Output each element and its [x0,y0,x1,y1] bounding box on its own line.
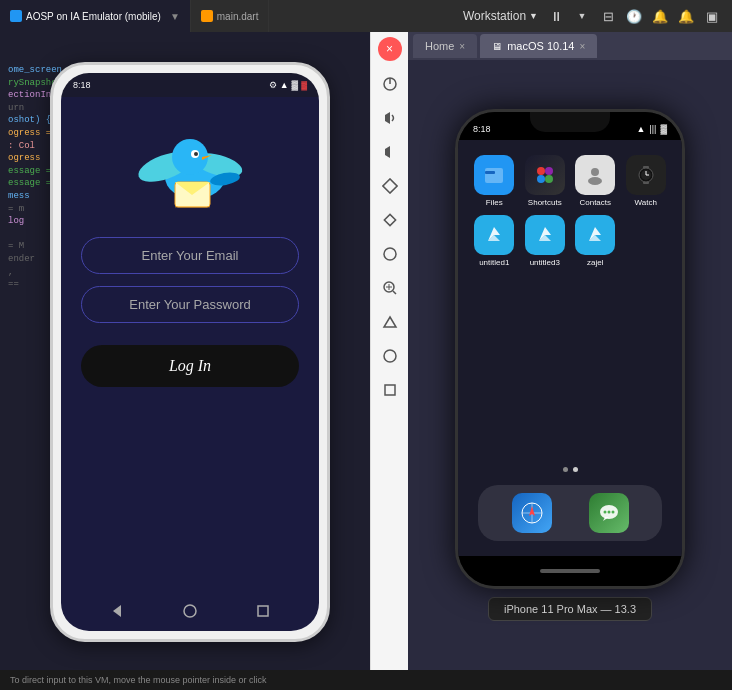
triangle-icon[interactable] [374,306,406,338]
svg-point-56 [611,511,614,514]
shortcuts-label: Shortcuts [528,198,562,207]
password-input[interactable]: Enter Your Password [81,286,299,323]
notification-icon[interactable]: 🔔 [650,6,670,26]
side-toolbar: × [370,32,408,690]
dock-messages[interactable] [589,493,629,533]
email-placeholder: Enter Your Email [142,248,239,263]
app-icon-untitled1[interactable]: untitled1 [473,215,516,267]
bird-illustration [130,117,250,217]
workstation-label[interactable]: Workstation ▼ [463,9,538,23]
iphone-battery-icon: ▓ [660,124,667,134]
android-nav-bar [61,591,319,631]
android-phone-inner: 8:18 ⚙ ▲ ▓ ▓ [61,73,319,631]
login-button[interactable]: Log In [81,345,299,387]
zajel-icon [575,215,615,255]
app-icon-watch[interactable]: Watch [625,155,668,207]
dropdown-icon[interactable]: ▼ [572,6,592,26]
square-icon[interactable] [374,374,406,406]
tab-home-close[interactable]: × [459,41,465,52]
svg-rect-13 [258,606,268,616]
email-input[interactable]: Enter Your Email [81,237,299,274]
app-icon-zajel[interactable]: zajel [574,215,617,267]
android-phone: 8:18 ⚙ ▲ ▓ ▓ [50,62,330,642]
svg-point-34 [591,168,599,176]
iphone-time: 8:18 [473,124,491,134]
tab-home[interactable]: Home × [413,34,477,58]
android-screen: Enter Your Email Enter Your Password Log… [61,97,319,591]
home-indicator-bar [540,569,600,573]
layout-icon[interactable]: ▣ [702,6,722,26]
iphone-frame: 8:18 ▲ ||| ▓ [455,109,685,589]
dock-safari[interactable] [512,493,552,533]
top-bar: AOSP on IA Emulator (mobile) ▼ main.dart… [0,0,732,32]
tab-macos-label: macOS 10.14 [507,40,574,52]
device-label-text: iPhone 11 Pro Max — 13.3 [504,603,636,615]
volume-down-button[interactable] [374,136,406,168]
svg-point-5 [194,152,198,156]
app-icon-shortcuts[interactable]: Shortcuts [524,155,567,207]
workstation-section: Workstation ▼ ⏸ ▼ ⊟ 🕐 🔔 🔔 ▣ [463,6,722,26]
rotate-icon[interactable] [374,170,406,202]
contacts-icon [575,155,615,195]
recents-button[interactable] [253,601,273,621]
contacts-label: Contacts [579,198,611,207]
volume-up-button[interactable] [374,102,406,134]
tab-macos[interactable]: 🖥 macOS 10.14 × [480,34,597,58]
iphone-device-label: iPhone 11 Pro Max — 13.3 [488,597,652,621]
code-panel: ome_screen.dart rySnapshot( ectionIndex:… [0,32,370,690]
app-icon-untitled3[interactable]: untitled3 [524,215,567,267]
close-button[interactable]: × [378,37,402,61]
back-button[interactable] [107,601,127,621]
tab-icon-emulator [10,10,22,22]
tab-emulator-label: AOSP on IA Emulator (mobile) [26,11,161,22]
watch-icon [626,155,666,195]
untitled1-label: untitled1 [479,258,509,267]
tab-dart-label: main.dart [217,11,259,22]
svg-rect-18 [382,179,396,193]
iphone-dock [478,485,662,541]
app-icon-files[interactable]: Files [473,155,516,207]
svg-point-32 [537,175,545,183]
bottom-bar-text: To direct input to this VM, move the mou… [10,675,267,685]
files-label: Files [486,198,503,207]
svg-rect-29 [485,171,495,174]
svg-point-20 [384,248,396,260]
svg-rect-19 [384,214,395,225]
bottom-bar: To direct input to this VM, move the mou… [0,670,732,690]
diamond-icon[interactable] [374,204,406,236]
pause-icon[interactable]: ⏸ [546,6,566,26]
home-button[interactable] [180,601,200,621]
tab-macos-close[interactable]: × [579,41,585,52]
svg-marker-17 [385,146,390,158]
iphone-signal-icon: ||| [649,124,656,134]
wifi-icon: ▲ [280,80,289,90]
tab-emulator-close[interactable]: ▼ [170,11,180,22]
untitled3-label: untitled3 [530,258,560,267]
main-content: ome_screen.dart rySnapshot( ectionIndex:… [0,32,732,690]
svg-marker-11 [113,605,121,617]
app-icon-contacts[interactable]: Contacts [574,155,617,207]
svg-marker-25 [384,317,396,327]
monitor-icon[interactable]: ⊟ [598,6,618,26]
svg-rect-28 [485,168,503,183]
untitled3-icon [525,215,565,255]
tab-emulator[interactable]: AOSP on IA Emulator (mobile) ▼ [0,0,191,32]
zoom-icon[interactable] [374,272,406,304]
tab-home-label: Home [425,40,454,52]
screen-spacer [468,272,672,467]
svg-point-31 [545,167,553,175]
iphone-container: 8:18 ▲ ||| ▓ [408,60,732,670]
power-button[interactable] [374,68,406,100]
shortcuts-icon [525,155,565,195]
camera-icon[interactable] [374,238,406,270]
svg-point-35 [588,177,602,185]
svg-point-33 [545,175,553,183]
alert-icon[interactable]: 🔔 [676,6,696,26]
svg-line-22 [393,291,396,294]
page-dot-2 [573,467,578,472]
tab-main-dart[interactable]: main.dart [191,0,270,32]
android-status-icons: ⚙ ▲ ▓ ▓ [269,80,307,90]
battery-icon: ▓ [292,80,299,90]
time-icon[interactable]: 🕐 [624,6,644,26]
circle-icon[interactable] [374,340,406,372]
